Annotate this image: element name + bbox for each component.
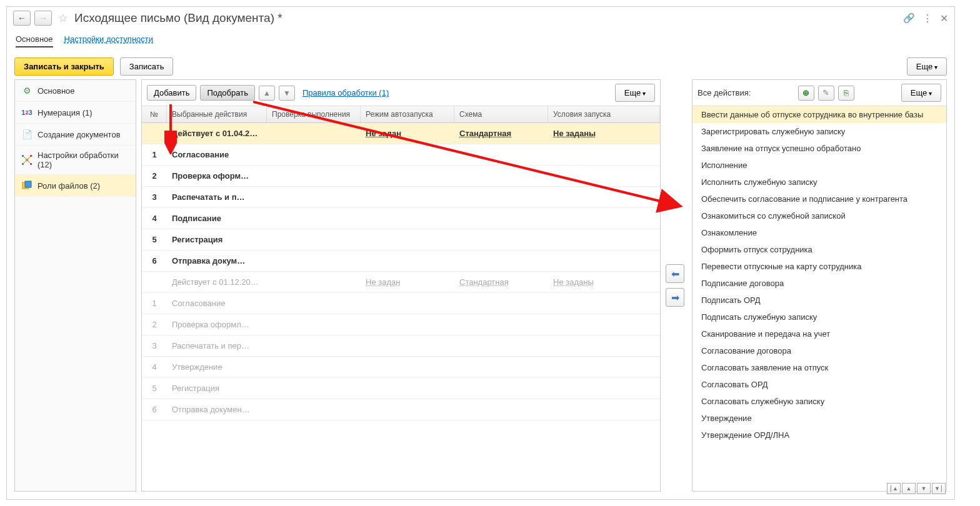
table-row[interactable]: 3Распечатать и п… xyxy=(142,187,660,208)
edit-action-button[interactable]: ✎ xyxy=(818,86,834,101)
save-close-button[interactable]: Записать и закрыть xyxy=(14,57,114,76)
sidebar-item-processing[interactable]: Настройки обработки (12) xyxy=(15,146,136,175)
group-mode: Не задан xyxy=(361,275,454,289)
tab-main[interactable]: Основное xyxy=(16,32,53,47)
table-row[interactable]: 5Регистрация xyxy=(142,378,660,399)
group-scheme: Стандартная xyxy=(454,275,548,289)
col-conditions: Условия запуска xyxy=(548,106,660,122)
nav-back-button[interactable]: ← xyxy=(13,11,31,26)
close-icon[interactable]: ✕ xyxy=(940,12,948,24)
pick-button[interactable]: Подобрать xyxy=(200,85,254,101)
sidebar: ⚙ Основное 123 Нумерация (1) 📄 Создание … xyxy=(14,79,136,492)
action-list-item[interactable]: Подписать служебную записку xyxy=(692,309,946,325)
sidebar-item-main[interactable]: ⚙ Основное xyxy=(15,80,136,102)
col-mode: Режим автозапуска xyxy=(361,106,454,122)
more-options-icon[interactable]: ⋮ xyxy=(922,12,932,24)
scroll-up-button[interactable]: ▲ xyxy=(902,483,916,494)
gear-icon: ⚙ xyxy=(21,85,32,96)
numbering-icon: 123 xyxy=(21,107,32,118)
action-list-item[interactable]: Ознакомление xyxy=(692,224,946,241)
col-number: № xyxy=(142,106,167,122)
action-list-item[interactable]: Согласовать заявление на отпуск xyxy=(692,359,946,376)
sidebar-item-label: Настройки обработки (12) xyxy=(38,151,129,169)
table-row[interactable]: 1Согласование xyxy=(142,144,660,166)
add-action-button[interactable]: ⊕ xyxy=(798,86,814,101)
move-up-button[interactable]: ▲ xyxy=(259,86,275,101)
action-list-item[interactable]: Заявление на отпуск успешно обработано xyxy=(692,140,946,157)
move-right-button[interactable]: ➡ xyxy=(666,288,684,307)
action-list-item[interactable]: Ввести данные об отпуске сотрудника во в… xyxy=(692,106,946,123)
action-list-item[interactable]: Подписать ОРД xyxy=(692,292,946,309)
table-row[interactable]: 2Проверка оформл… xyxy=(142,314,660,335)
action-list-item[interactable]: Утверждение ОРД/ЛНА xyxy=(692,427,946,444)
action-list-item[interactable]: Оформить отпуск сотрудника xyxy=(692,241,946,258)
sidebar-item-doc-creation[interactable]: 📄 Создание документов xyxy=(15,124,136,146)
all-actions-label: Все действия: xyxy=(698,88,751,97)
group-scheme[interactable]: Стандартная xyxy=(454,126,548,141)
processing-icon xyxy=(21,154,32,166)
table-row[interactable]: 4Утверждение xyxy=(142,357,660,378)
col-scheme: Схема xyxy=(454,106,548,122)
nav-forward-button[interactable]: → xyxy=(34,11,52,26)
svg-line-7 xyxy=(24,161,26,163)
group-mode[interactable]: Не задан xyxy=(361,126,454,141)
document-icon: 📄 xyxy=(21,129,32,140)
more-button-top[interactable]: Еще xyxy=(907,57,947,76)
more-button-right[interactable]: Еще xyxy=(901,84,941,102)
tab-access-settings[interactable]: Настройки доступности xyxy=(64,32,153,47)
group-row-active[interactable]: Действует с 01.04.2… Не задан Стандартна… xyxy=(142,123,660,144)
table-row[interactable]: 6Отправка докумен… xyxy=(142,399,660,420)
action-list-item[interactable]: Зарегистрировать служебную записку xyxy=(692,123,946,140)
sidebar-item-numbering[interactable]: 123 Нумерация (1) xyxy=(15,102,136,124)
sidebar-item-label: Роли файлов (2) xyxy=(38,181,100,191)
move-left-button[interactable]: ⬅ xyxy=(666,264,684,283)
copy-action-button[interactable]: ⎘ xyxy=(838,86,854,101)
svg-rect-2 xyxy=(30,155,32,157)
group-conditions: Не заданы xyxy=(548,275,660,289)
svg-line-8 xyxy=(28,161,30,163)
action-list-item[interactable]: Исполнить служебную записку xyxy=(692,174,946,191)
action-list-item[interactable]: Согласование договора xyxy=(692,342,946,359)
action-list-item[interactable]: Утверждение xyxy=(692,410,946,427)
scroll-bottom-button[interactable]: ▼⎮ xyxy=(932,483,946,494)
action-list-item[interactable]: Согласовать служебную записку xyxy=(692,393,946,410)
more-button-left[interactable]: Еще xyxy=(615,84,655,102)
svg-line-5 xyxy=(24,157,26,159)
action-list-item[interactable]: Перевести отпускные на карту сотрудника xyxy=(692,258,946,275)
table-row[interactable]: 5Регистрация xyxy=(142,229,660,251)
group-label: Действует с 01.04.2… xyxy=(167,126,267,141)
sidebar-item-label: Нумерация (1) xyxy=(38,108,92,117)
link-icon[interactable]: 🔗 xyxy=(903,12,915,24)
col-check: Проверка выполнения xyxy=(267,106,361,122)
scroll-top-button[interactable]: ⎮▲ xyxy=(887,483,901,494)
action-list-item[interactable]: Ознакомиться со служебной запиской xyxy=(692,207,946,224)
scroll-down-button[interactable]: ▼ xyxy=(917,483,931,494)
table-row[interactable]: 6Отправка докум… xyxy=(142,251,660,272)
svg-rect-1 xyxy=(22,155,24,157)
action-list-item[interactable]: Подписание договора xyxy=(692,275,946,292)
svg-rect-0 xyxy=(26,159,28,161)
processing-rules-link[interactable]: Правила обработки (1) xyxy=(302,88,389,97)
move-down-button[interactable]: ▼ xyxy=(279,86,295,101)
files-icon xyxy=(21,180,32,191)
sidebar-item-file-roles[interactable]: Роли файлов (2) xyxy=(15,175,136,197)
action-list-item[interactable]: Исполнение xyxy=(692,157,946,174)
table-row[interactable]: 1Согласование xyxy=(142,293,660,314)
group-row-inactive[interactable]: Действует с 01.12.20… Не задан Стандартн… xyxy=(142,272,660,293)
group-label: Действует с 01.12.20… xyxy=(167,275,267,289)
action-list-item[interactable]: Сканирование и передача на учет xyxy=(692,325,946,342)
save-button[interactable]: Записать xyxy=(120,57,174,76)
page-title: Исходящее письмо (Вид документа) * xyxy=(74,11,282,25)
add-button[interactable]: Добавить xyxy=(147,85,196,101)
favorite-star-icon[interactable]: ☆ xyxy=(58,11,68,25)
action-list-item[interactable]: Обеспечить согласование и подписание у к… xyxy=(692,191,946,207)
svg-rect-3 xyxy=(22,163,24,165)
svg-rect-4 xyxy=(30,163,32,165)
svg-rect-10 xyxy=(25,181,31,187)
table-row[interactable]: 3Распечатать и пер… xyxy=(142,335,660,357)
table-row[interactable]: 2Проверка оформ… xyxy=(142,166,660,187)
action-list-item[interactable]: Согласовать ОРД xyxy=(692,376,946,393)
group-conditions[interactable]: Не заданы xyxy=(548,126,660,141)
table-row[interactable]: 4Подписание xyxy=(142,208,660,229)
sidebar-item-label: Создание документов xyxy=(38,130,121,139)
